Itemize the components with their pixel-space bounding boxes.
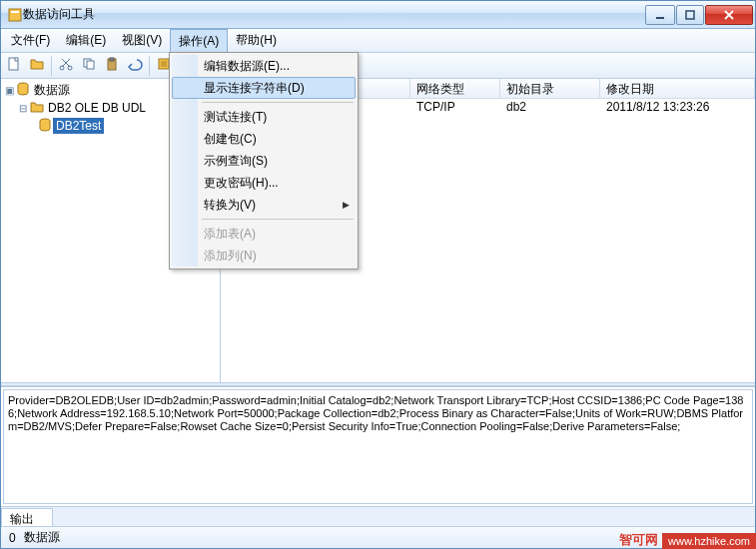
output-tab[interactable]: 输出 <box>1 508 53 526</box>
window-title: 数据访问工具 <box>23 6 644 23</box>
menu-separator <box>202 102 354 103</box>
copy-icon <box>81 56 97 75</box>
toolbar-separator <box>51 56 52 76</box>
upper-pane: ▣ 数据源 ⊟ DB2 OLE DB UDL DB2Test 网络类型 <box>1 79 755 382</box>
svg-rect-1 <box>11 11 19 13</box>
submenu-arrow-icon: ▶ <box>343 200 350 210</box>
tree-label: 数据源 <box>31 81 73 100</box>
action-dropdown: 编辑数据源(E)... 显示连接字符串(D) 测试连接(T) 创建包(C) 示例… <box>169 52 359 270</box>
col-header-network[interactable]: 网络类型 <box>410 79 500 98</box>
paste-icon <box>104 56 120 75</box>
datasource-icon <box>15 81 31 100</box>
col-header-catalog[interactable]: 初始目录 <box>500 79 600 98</box>
col-header-modified[interactable]: 修改日期 <box>600 79 755 98</box>
tree-label: DB2Test <box>53 118 104 134</box>
toolbar-undo[interactable] <box>124 55 146 77</box>
menu-create-package[interactable]: 创建包(C) <box>172 128 356 150</box>
svg-rect-10 <box>110 58 114 61</box>
app-window: 数据访问工具 文件(F) 编辑(E) 视图(V) 操作(A) 帮助(H) <box>0 0 756 549</box>
client-area: ▣ 数据源 ⊟ DB2 OLE DB UDL DB2Test 网络类型 <box>1 79 755 526</box>
titlebar: 数据访问工具 <box>1 1 755 29</box>
menu-convert-to[interactable]: 转换为(V)▶ <box>172 194 356 216</box>
connection-string-text[interactable]: Provider=DB2OLEDB;User ID=db2admin;Passw… <box>3 389 753 504</box>
collapse-icon[interactable]: ▣ <box>3 85 15 96</box>
toolbar-new[interactable] <box>3 55 25 77</box>
cell: TCP/IP <box>410 99 500 117</box>
cell: db2 <box>500 99 600 117</box>
cut-icon <box>58 56 74 75</box>
undo-icon <box>127 56 143 75</box>
db-icon <box>37 117 53 136</box>
svg-rect-8 <box>87 61 94 69</box>
svg-rect-3 <box>686 11 694 19</box>
menu-show-connstr[interactable]: 显示连接字符串(D) <box>172 77 356 99</box>
status-count: 0 <box>5 531 20 545</box>
menu-test-connection[interactable]: 测试连接(T) <box>172 106 356 128</box>
menu-sample-query[interactable]: 示例查询(S) <box>172 150 356 172</box>
menu-action[interactable]: 操作(A) <box>170 29 228 52</box>
minimize-button[interactable] <box>645 5 675 25</box>
bottom-pane: Provider=DB2OLEDB;User ID=db2admin;Passw… <box>1 386 755 526</box>
output-tabstrip: 输出 <box>1 506 755 526</box>
cell: 2011/8/12 13:23:26 <box>600 99 755 117</box>
toolbar-open[interactable] <box>26 55 48 77</box>
folder-open-icon <box>29 56 45 75</box>
menu-help[interactable]: 帮助(H) <box>228 29 285 52</box>
close-button[interactable] <box>705 5 753 25</box>
statusbar: 0 数据源 <box>1 526 755 548</box>
app-icon <box>7 7 23 23</box>
menu-separator <box>202 219 354 220</box>
toolbar-paste[interactable] <box>101 55 123 77</box>
menu-edit-datasource[interactable]: 编辑数据源(E)... <box>172 55 356 77</box>
new-icon <box>6 56 22 75</box>
maximize-button[interactable] <box>676 5 704 25</box>
menu-add-column: 添加列(N) <box>172 245 356 267</box>
folder-icon <box>29 99 45 118</box>
menu-file[interactable]: 文件(F) <box>3 29 58 52</box>
menubar: 文件(F) 编辑(E) 视图(V) 操作(A) 帮助(H) <box>1 29 755 53</box>
tree-label: DB2 OLE DB UDL <box>45 100 149 116</box>
menu-change-password[interactable]: 更改密码(H)... <box>172 172 356 194</box>
collapse-icon[interactable]: ⊟ <box>17 103 29 114</box>
svg-rect-4 <box>9 58 18 70</box>
menu-edit[interactable]: 编辑(E) <box>58 29 114 52</box>
svg-rect-0 <box>9 9 21 21</box>
toolbar <box>1 53 755 79</box>
toolbar-cut[interactable] <box>55 55 77 77</box>
svg-rect-2 <box>656 17 664 19</box>
toolbar-separator <box>149 56 150 76</box>
menu-view[interactable]: 视图(V) <box>114 29 170 52</box>
menu-add-table: 添加表(A) <box>172 223 356 245</box>
status-label: 数据源 <box>20 529 64 546</box>
toolbar-copy[interactable] <box>78 55 100 77</box>
